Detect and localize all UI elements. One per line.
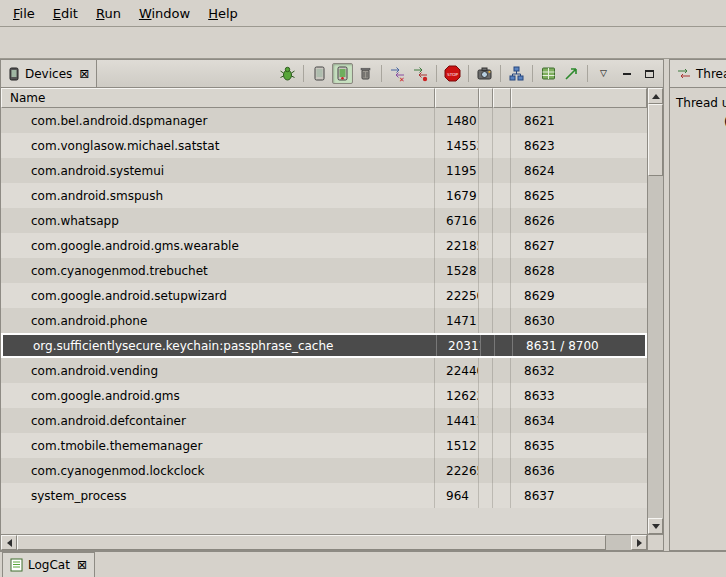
table-row[interactable]: com.android.vending 22440 8632 <box>1 358 647 383</box>
process-name: com.vonglasow.michael.satstat <box>1 133 435 158</box>
horizontal-scrollbar[interactable] <box>1 534 647 550</box>
process-name: com.google.android.setupwizard <box>1 283 435 308</box>
menu-run[interactable]: Run <box>87 2 130 25</box>
tab-devices[interactable]: Devices ⊠ <box>1 60 97 87</box>
process-pid: 22185 <box>435 233 479 258</box>
table-body: com.bel.android.dspmanager 1480 8621 com… <box>1 108 647 508</box>
column-header-port[interactable] <box>511 88 647 108</box>
process-pid: 6716 <box>435 208 479 233</box>
main-toolbar <box>0 27 726 59</box>
table-row[interactable]: com.cyanogenmod.trebuchet 1528 8628 <box>1 258 647 283</box>
threads-view: Threads Thread up ( <box>669 59 726 551</box>
table-row[interactable]: com.tmobile.thememanager 1512 8635 <box>1 433 647 458</box>
threads-tabbar: Threads <box>670 60 726 88</box>
bottom-view-bar: LogCat ⊠ <box>0 551 726 577</box>
process-port: 8633 <box>511 383 647 408</box>
minimize-icon[interactable] <box>616 63 637 84</box>
stop-process-icon[interactable]: STOP <box>442 63 463 84</box>
column-header-heap[interactable] <box>479 88 493 108</box>
process-name: com.tmobile.thememanager <box>1 433 435 458</box>
table-row[interactable]: com.cyanogenmod.lockclock 22265 8636 <box>1 458 647 483</box>
process-pid: 20311 <box>437 335 481 356</box>
hscroll-thumb[interactable] <box>17 535 606 550</box>
column-header-pid[interactable] <box>435 88 479 108</box>
tab-threads[interactable]: Threads <box>670 60 726 87</box>
scrollbar-corner <box>648 534 663 550</box>
capture-system-state-icon[interactable] <box>538 63 559 84</box>
screen-capture-icon[interactable] <box>474 63 495 84</box>
method-profiling-icon[interactable] <box>410 63 431 84</box>
process-name: org.sufficientlysecure.keychain:passphra… <box>3 335 437 356</box>
process-name: com.cyanogenmod.trebuchet <box>1 258 435 283</box>
process-name: com.android.systemui <box>1 158 435 183</box>
tab-logcat-label: LogCat <box>28 558 70 572</box>
scroll-up-icon[interactable] <box>648 88 663 104</box>
menu-file[interactable]: File <box>4 2 44 25</box>
close-icon[interactable]: ⊠ <box>77 559 87 571</box>
view-menu-icon[interactable]: ▽ <box>593 63 614 84</box>
vertical-scrollbar[interactable] <box>647 88 663 550</box>
process-pid: 12623 <box>435 383 479 408</box>
table-empty-space <box>1 508 647 534</box>
table-row[interactable]: com.vonglasow.michael.satstat 14553 8623 <box>1 133 647 158</box>
menu-edit[interactable]: Edit <box>44 2 87 25</box>
column-header-name[interactable]: Name <box>1 88 435 108</box>
table-row[interactable]: com.android.defcontainer 14411 8634 <box>1 408 647 433</box>
process-port: 8630 <box>511 308 647 333</box>
threads-icon <box>677 67 691 81</box>
debug-attach-icon[interactable] <box>277 63 298 84</box>
vscroll-thumb[interactable] <box>648 104 663 176</box>
table-row[interactable]: com.google.android.setupwizard 22250 862… <box>1 283 647 308</box>
table-row-selected[interactable]: org.sufficientlysecure.keychain:passphra… <box>1 333 647 358</box>
toolbar-separator <box>436 65 437 82</box>
threads-message: Thread up ( <box>670 88 726 550</box>
table-row[interactable]: com.android.phone 1471 8630 <box>1 308 647 333</box>
table-header: Name <box>1 88 647 108</box>
column-header-threads[interactable] <box>493 88 511 108</box>
update-threads-icon[interactable]: ✕ <box>387 63 408 84</box>
process-port: 8635 <box>511 433 647 458</box>
tab-threads-label: Threads <box>696 67 726 81</box>
menu-help[interactable]: Help <box>199 2 247 25</box>
devices-table: Name com.bel.android.dspmanager 1480 862… <box>1 88 663 550</box>
process-pid: 22440 <box>435 358 479 383</box>
scroll-left-icon[interactable] <box>1 535 17 550</box>
toolbar-separator <box>500 65 501 82</box>
tab-logcat[interactable]: LogCat ⊠ <box>2 552 95 577</box>
table-row[interactable]: com.whatsapp 6716 8626 <box>1 208 647 233</box>
process-port: 8629 <box>511 283 647 308</box>
process-name: com.whatsapp <box>1 208 435 233</box>
main-area: Devices ⊠ <box>0 59 726 551</box>
process-port: 8632 <box>511 358 647 383</box>
update-heap-icon[interactable] <box>309 63 330 84</box>
process-port: 8634 <box>511 408 647 433</box>
process-port: 8624 <box>511 158 647 183</box>
process-pid: 1195 <box>435 158 479 183</box>
process-port: 8623 <box>511 133 647 158</box>
process-name: com.android.phone <box>1 308 435 333</box>
table-row[interactable]: com.android.systemui 1195 8624 <box>1 158 647 183</box>
scroll-right-icon[interactable] <box>631 535 647 550</box>
start-profiling-icon[interactable] <box>561 63 582 84</box>
process-name: com.google.android.gms <box>1 383 435 408</box>
view-hierarchy-icon[interactable] <box>506 63 527 84</box>
close-icon[interactable]: ⊠ <box>79 68 89 80</box>
process-pid: 1679 <box>435 183 479 208</box>
table-row[interactable]: com.android.smspush 1679 8625 <box>1 183 647 208</box>
table-row[interactable]: system_process 964 8637 <box>1 483 647 508</box>
process-pid: 964 <box>435 483 479 508</box>
menu-window[interactable]: Window <box>130 2 199 25</box>
table-row[interactable]: com.google.android.gms.wearable 22185 86… <box>1 233 647 258</box>
maximize-icon[interactable] <box>639 63 660 84</box>
scroll-down-icon[interactable] <box>648 518 663 534</box>
table-row[interactable]: com.bel.android.dspmanager 1480 8621 <box>1 108 647 133</box>
process-name: com.bel.android.dspmanager <box>1 108 435 133</box>
process-port: 8628 <box>511 258 647 283</box>
process-pid: 22265 <box>435 458 479 483</box>
table-row[interactable]: com.google.android.gms 12623 8633 <box>1 383 647 408</box>
heap-dump-icon[interactable] <box>332 63 353 84</box>
devices-view: Devices ⊠ <box>0 59 664 551</box>
process-name: com.android.defcontainer <box>1 408 435 433</box>
process-name: com.android.vending <box>1 358 435 383</box>
cause-gc-icon[interactable] <box>355 63 376 84</box>
